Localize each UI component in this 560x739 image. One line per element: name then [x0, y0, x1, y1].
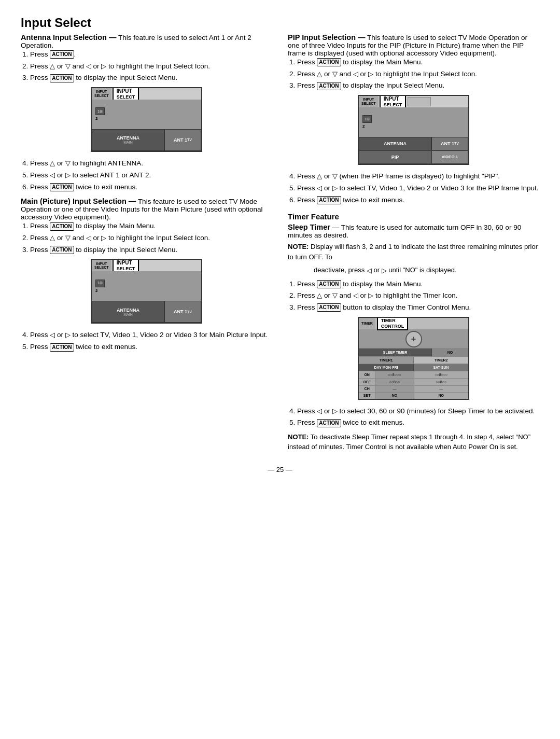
main-content: Antenna Input Selection — This feature i…: [21, 33, 539, 455]
timer-row-set: SET NO NO: [359, 392, 468, 399]
right-arrow-icon: ▷: [332, 407, 338, 416]
screen-bottom-bar: ANTENNA MAIN ANT 1TV: [92, 129, 201, 151]
list-item: Press ◁ or ▷ to select TV, Video 1, Vide…: [30, 330, 272, 340]
timer1-cell: TIMER1: [359, 357, 414, 364]
down-arrow-icon: ▽: [332, 291, 338, 301]
on-val-1-cell: ○○8○○○: [375, 371, 414, 378]
off-label-cell: OFF: [359, 379, 375, 385]
list-item: Press ACTION twice to exit menus.: [30, 342, 272, 352]
right-arrow-icon: ▷: [101, 233, 106, 243]
on-label-cell: ON: [359, 371, 375, 378]
pip-bottom-top-row: ANTENNA ANT 1TV: [359, 137, 468, 150]
timer-row-sleep: SLEEP TIMER NO: [359, 348, 468, 356]
ant1-label: ANT 1TV: [164, 129, 201, 151]
antenna-steps-list-2: Press △ or ▽ to highlight ANTENNA. Press…: [30, 158, 272, 192]
action-button-icon: ACTION: [317, 82, 341, 90]
pip-screen-bottom: ANTENNA ANT 1TV PIP VIDEO 1: [359, 137, 468, 164]
main-picture-heading-text: Main (Picture) Input Selection —: [21, 197, 136, 205]
list-item: Press △ or ▽ (when the PIP frame is disp…: [297, 171, 539, 182]
list-item: Press △ or ▽ and ◁ or ▷ to highlight the…: [30, 233, 272, 243]
timer-row-off: OFF ○○8○○ ○○8○○: [359, 378, 468, 385]
screen-input-icons-pip: 1⊞ 2: [362, 115, 372, 129]
main-picture-steps-list: Press ACTION to display the Main Menu. P…: [30, 221, 272, 255]
screen-icon-row-2: 2: [95, 116, 105, 121]
video1-label: VIDEO 1: [431, 150, 468, 164]
list-item: Press ACTION twice to exit menus.: [297, 195, 539, 205]
main-picture-steps-list-2: Press ◁ or ▷ to select TV, Video 1, Vide…: [30, 330, 272, 352]
antenna-heading-text: Antenna Input Selection —: [21, 33, 116, 41]
left-arrow-icon-note: ◁: [367, 266, 372, 276]
screen-top-bar-pip: INPUT SELECT INPUTSELECT: [359, 96, 468, 107]
pip-steps-list-2: Press △ or ▽ (when the PIP frame is disp…: [297, 171, 539, 205]
list-item: Press ◁ or ▷ to select 30, 60 or 90 (min…: [297, 406, 539, 416]
down-arrow-icon: ▽: [332, 172, 338, 182]
day-cell: DAY MON-FRI: [359, 364, 414, 371]
left-arrow-icon: ◁: [317, 407, 322, 416]
up-arrow-icon: △: [50, 159, 55, 169]
screen-icon-row-1b: 1⊞: [95, 280, 105, 287]
action-button-icon: ACTION: [50, 50, 74, 59]
antenna-label-2: ANTENNA MAIN: [92, 301, 164, 323]
left-arrow-icon: ◁: [86, 62, 91, 72]
page-title: Input Select: [21, 16, 539, 30]
input-select-label-2: INPUT SELECT: [92, 260, 111, 271]
pip-screen-mockup: INPUT SELECT INPUTSELECT 1⊞ 2: [358, 95, 469, 165]
note-label-1: NOTE:: [288, 243, 309, 250]
list-item: Press △ or ▽ and ◁ or ▷ to highlight the…: [30, 61, 272, 72]
action-button-icon: ACTION: [50, 246, 74, 254]
timer-note-1: NOTE: Display will flash 3, 2 and 1 to i…: [288, 242, 539, 262]
page: Input Select Antenna Input Selection — T…: [21, 16, 539, 473]
screen-body-pip: 1⊞ 2: [359, 107, 468, 137]
screen-top-bar-2: INPUT SELECT INPUTSELECT: [92, 260, 201, 271]
antenna-label: ANTENNA MAIN: [92, 129, 164, 151]
left-arrow-icon: ◁: [50, 330, 55, 340]
timer-screen-mockup: TIMER TIMERCONTROL + SLEEP TIMER NO: [358, 317, 469, 400]
pip-label: PIP: [359, 150, 431, 164]
action-button-icon: ACTION: [317, 303, 341, 312]
right-arrow-icon: ▷: [332, 184, 338, 193]
action-button-icon: ACTION: [317, 196, 341, 204]
antenna-label-pip: ANTENNA: [359, 137, 431, 150]
left-arrow-icon: ◁: [353, 69, 358, 79]
screen-icon-row-1: 1⊞: [95, 107, 105, 115]
action-button-icon: ACTION: [50, 222, 74, 231]
off-val-1-cell: ○○8○○: [375, 379, 414, 385]
list-item: Press ◁ or ▷ to select ANT 1 or ANT 2.: [30, 170, 272, 180]
timer-row-day: DAY MON-FRI SAT-SUN: [359, 364, 468, 371]
timer-row-ch: CH — —: [359, 385, 468, 392]
ant1-label-pip: ANT 1TV: [431, 137, 468, 150]
down-arrow-icon: ▽: [65, 159, 71, 169]
antenna-heading: Antenna Input Selection — This feature i…: [21, 33, 272, 49]
right-column: PIP Input Selection — This feature is us…: [288, 33, 539, 455]
list-item: Press ACTION to display the Input Select…: [297, 80, 539, 91]
pip-steps-list: Press ACTION to display the Main Menu. P…: [297, 57, 539, 91]
left-arrow-icon: ◁: [50, 171, 55, 180]
action-button-icon: ACTION: [317, 280, 341, 288]
timer-steps-list: Press ACTION to display the Main Menu. P…: [297, 279, 539, 313]
left-arrow-icon: ◁: [317, 184, 322, 193]
page-number: — 25 —: [21, 466, 539, 473]
down-arrow-icon: ▽: [332, 69, 338, 79]
down-arrow-icon: ▽: [65, 62, 71, 72]
list-item: Press ACTION to display the Input Select…: [30, 73, 272, 83]
screen-top-bar: INPUT SELECT INPUTSELECT: [92, 88, 201, 100]
list-item: Press ACTION.: [30, 49, 272, 60]
ch-label-cell: CH: [359, 386, 375, 392]
list-item: Press ◁ or ▷ to select TV, Video 1, Vide…: [297, 183, 539, 193]
timer-data-rows: SLEEP TIMER NO TIMER1 TIMER2 DAY MON-FRI…: [359, 348, 468, 399]
action-button-icon: ACTION: [50, 74, 74, 82]
up-arrow-icon: △: [50, 62, 55, 72]
set-no-2-cell: NO: [414, 393, 469, 399]
timer-steps-list-2: Press ◁ or ▷ to select 30, 60 or 90 (min…: [297, 406, 539, 428]
up-arrow-icon: △: [317, 291, 322, 301]
right-arrow-icon: ▷: [65, 330, 71, 340]
right-arrow-icon: ▷: [65, 171, 71, 180]
timer2-cell: TIMER2: [414, 357, 468, 364]
input-select-label-pip: INPUT SELECT: [359, 96, 379, 107]
list-item: Press △ or ▽ to highlight ANTENNA.: [30, 158, 272, 169]
timer-control-highlight: TIMERCONTROL: [377, 317, 409, 331]
up-arrow-icon: △: [317, 69, 322, 79]
timer-row-12: TIMER1 TIMER2: [359, 356, 468, 364]
list-item: Press △ or ▽ and ◁ or ▷ to highlight the…: [297, 290, 539, 301]
action-button-icon: ACTION: [317, 419, 341, 427]
